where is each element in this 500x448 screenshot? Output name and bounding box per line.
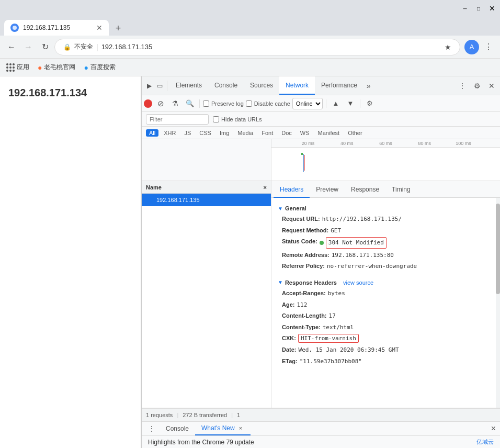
detail-row-cxk: CXK: HIT-from-varnish — [278, 333, 494, 344]
minimize-button[interactable]: ─ — [461, 5, 469, 12]
general-section-header: ▼ General — [278, 202, 494, 214]
devtools-tab-elements[interactable]: Elements — [169, 76, 208, 95]
type-tab-other[interactable]: Other — [345, 129, 366, 137]
profile-avatar: A — [464, 40, 479, 54]
preserve-log-label[interactable]: Preserve log — [203, 100, 244, 107]
detail-tab-timing[interactable]: Timing — [385, 182, 417, 198]
drawer-tabs: ⋮ Console What's New × × — [142, 422, 500, 436]
view-source-link[interactable]: view source — [343, 279, 373, 286]
tab-title: 192.168.171.135 — [23, 24, 70, 31]
request-row-0[interactable]: 192.168.171.135 — [142, 194, 271, 206]
type-tab-js[interactable]: JS — [181, 129, 194, 137]
devtools-tab-sources[interactable]: Sources — [244, 76, 279, 95]
back-button[interactable]: ← — [4, 40, 19, 54]
drawer-content-text: Highlights from the Chrome 79 update — [148, 439, 254, 446]
detail-tab-response[interactable]: Response — [345, 182, 385, 198]
type-tab-img[interactable]: Img — [217, 129, 232, 137]
page-content: 192.168.171.134 — [0, 76, 141, 448]
type-tab-all[interactable]: All — [146, 129, 158, 137]
devtools-close-button[interactable]: ✕ — [485, 80, 498, 92]
export-button[interactable]: ▼ — [344, 97, 357, 110]
disable-cache-checkbox[interactable] — [246, 100, 252, 107]
response-headers-collapse-icon[interactable]: ▼ — [278, 279, 283, 285]
type-tab-xhr[interactable]: XHR — [161, 129, 179, 137]
detail-tab-headers[interactable]: Headers — [274, 182, 310, 198]
general-collapse-icon[interactable]: ▼ — [278, 206, 283, 211]
ruler-mark-60: 60 ms — [379, 141, 392, 146]
drawer-tab-whats-new[interactable]: What's New × — [195, 422, 251, 435]
detail-row-date: Date: Wed, 15 Jan 2020 06:39:45 GMT — [278, 344, 494, 356]
forward-button[interactable]: → — [21, 40, 36, 54]
tab-close-button[interactable]: ✕ — [96, 24, 103, 32]
detail-row-content-type: Content-Type: text/html — [278, 322, 494, 333]
apps-bookmark[interactable]: 应用 — [6, 63, 29, 72]
type-filter-bar: All XHR JS CSS Img Media Font Doc WS Man… — [142, 127, 500, 139]
close-name-panel-btn[interactable]: × — [264, 184, 267, 191]
timeline-names — [142, 139, 271, 181]
import-button[interactable]: ▲ — [329, 97, 342, 110]
clear-button[interactable]: ⊘ — [154, 97, 167, 110]
detail-row-method: Request Method: GET — [278, 225, 494, 237]
devtools-menu-button[interactable]: ⋮ — [456, 80, 469, 92]
resources-count: 1 — [237, 412, 240, 418]
devtools-tab-network[interactable]: Network — [279, 76, 315, 95]
new-tab-button[interactable]: + — [111, 21, 126, 36]
protocol-label: 不安全 — [74, 42, 93, 51]
status-bar: 1 requests | 272 B transferred | 1 — [142, 408, 500, 421]
disable-cache-label[interactable]: Disable cache — [246, 100, 290, 107]
bookmark-laomeitao-label: 老毛桃官网 — [44, 63, 75, 72]
devtools-device-icon[interactable]: ▭ — [154, 81, 165, 91]
hide-data-urls-checkbox[interactable] — [213, 116, 219, 122]
devtools-inspect-icon[interactable]: ▶ — [144, 81, 154, 91]
maximize-button[interactable]: □ — [475, 5, 482, 12]
devtools-tab-more[interactable]: » — [363, 82, 374, 90]
devtools-panel: ▶ ▭ Elements Console Sources Network — [141, 76, 500, 448]
timeline-bar-red — [304, 155, 305, 171]
scrollbar-thumb[interactable] — [496, 204, 500, 294]
browser-tab[interactable]: 192.168.171.135 ✕ — [4, 20, 109, 36]
drawer-tab-close-button[interactable]: × — [237, 425, 244, 431]
type-tab-font[interactable]: Font — [258, 129, 276, 137]
details-tabs: Headers Preview Response Timing — [271, 181, 500, 198]
type-tab-media[interactable]: Media — [234, 129, 256, 137]
toolbar-sep2 — [326, 99, 326, 108]
type-tab-css[interactable]: CSS — [196, 129, 214, 137]
detail-row-url: Request URL: http://192.168.171.135/ — [278, 214, 494, 225]
devtools-tab-console[interactable]: Console — [208, 76, 244, 95]
type-tab-ws[interactable]: WS — [297, 129, 313, 137]
network-toolbar: ⊘ ⚗ 🔍 Preserve log Disable cache Online … — [142, 95, 500, 112]
drawer-tab-console[interactable]: Console — [160, 422, 195, 435]
detail-row-remote-address: Remote Address: 192.168.171.135:80 — [278, 250, 494, 261]
filter-input[interactable] — [146, 114, 209, 125]
type-filter-tabs: All XHR JS CSS Img Media Font Doc WS Man… — [146, 129, 366, 137]
address-text: 192.168.171.135 — [101, 43, 153, 51]
detail-tab-preview[interactable]: Preview — [310, 182, 345, 198]
throttle-select[interactable]: Online — [292, 98, 323, 109]
drawer-logo[interactable]: 亿域云 — [476, 438, 494, 446]
drawer-close-all-button[interactable]: × — [491, 424, 496, 433]
settings-button[interactable]: ⚙ — [363, 97, 376, 110]
laomeitao-icon: ● — [38, 63, 42, 72]
drawer-more-button[interactable]: ⋮ — [146, 424, 157, 433]
filter-icon-btn[interactable]: ⚗ — [169, 97, 181, 110]
address-input[interactable]: 🔒 不安全 | 192.168.171.135 ★ — [54, 39, 460, 55]
type-tab-manifest[interactable]: Manifest — [315, 129, 343, 137]
record-button[interactable] — [144, 99, 152, 108]
svg-point-0 — [13, 26, 17, 30]
bookmark-star-icon[interactable]: ★ — [445, 43, 451, 51]
preserve-log-checkbox[interactable] — [203, 100, 209, 107]
timeline-indicator-green — [301, 153, 303, 155]
bookmark-laomeitao[interactable]: ● 老毛桃官网 — [38, 63, 75, 72]
search-button[interactable]: 🔍 — [184, 97, 196, 110]
devtools-tab-performance[interactable]: Performance — [315, 76, 363, 95]
type-tab-doc[interactable]: Doc — [278, 129, 295, 137]
more-options-button[interactable]: ⋮ — [481, 40, 496, 54]
tab-bar: 192.168.171.135 ✕ + — [0, 17, 500, 36]
devtools-settings-button[interactable]: ⚙ — [471, 80, 483, 92]
refresh-button[interactable]: ↻ — [38, 40, 52, 54]
details-content: ▼ General Request URL: http://192.168.17… — [271, 198, 500, 371]
profile-icon[interactable]: A — [464, 40, 479, 54]
bookmark-baidu[interactable]: ● 百度搜索 — [84, 63, 115, 72]
hide-data-urls-label[interactable]: Hide data URLs — [213, 116, 262, 122]
close-button[interactable]: ✕ — [488, 5, 496, 12]
